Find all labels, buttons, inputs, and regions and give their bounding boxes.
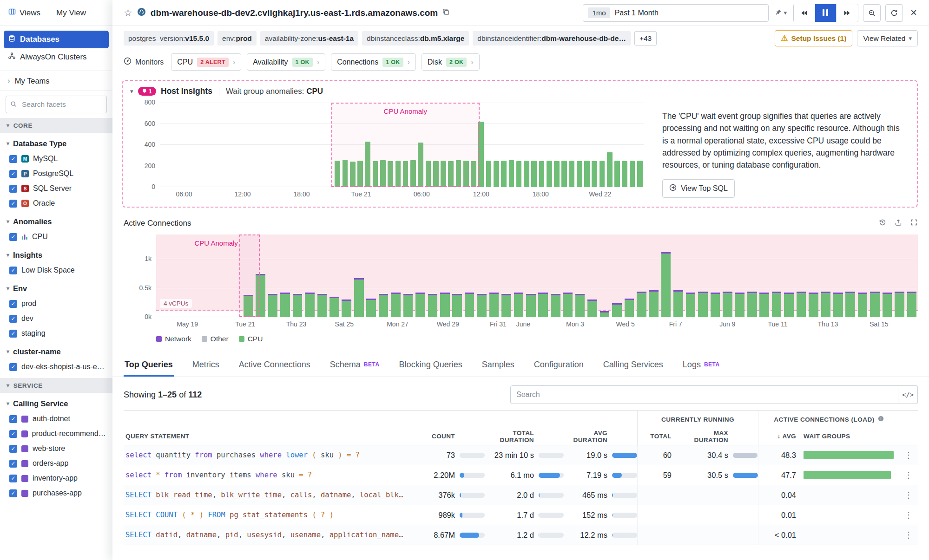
active-connections-plot[interactable]: 0k0.5k1k4 vCPUsCPU Anomaly	[156, 234, 918, 317]
monitor-pill-disk[interactable]: Disk2 OK›	[422, 53, 480, 71]
row-menu-button[interactable]: ⋮	[899, 470, 918, 480]
tab-logs[interactable]: LogsBETA	[682, 353, 721, 377]
zoom-out-button[interactable]	[863, 4, 881, 22]
facet-item-web-store[interactable]: ✓web-store	[0, 441, 112, 456]
copy-icon[interactable]	[442, 8, 449, 17]
facet-item-oracle[interactable]: ✓OOracle	[0, 196, 112, 211]
view-top-sql-button[interactable]: View Top SQL	[662, 179, 735, 198]
row-menu-button[interactable]: ⋮	[899, 450, 918, 460]
tab-views[interactable]: Views	[8, 8, 40, 18]
query-search-input[interactable]	[511, 391, 898, 399]
query-statement[interactable]: SELECT blk_read_time, blk_write_time, ca…	[124, 491, 420, 499]
checkbox-checked[interactable]: ✓	[9, 233, 17, 241]
code-view-button[interactable]: </>	[898, 385, 918, 404]
collapse-chevron-icon[interactable]: ▾	[130, 88, 133, 95]
facet-item-low-disk-space[interactable]: ✓Low Disk Space	[0, 263, 112, 278]
sidebar-item-databases[interactable]: Databases	[4, 31, 109, 48]
pause-button[interactable]	[815, 4, 837, 22]
query-statement[interactable]: select quantity from purchases where low…	[124, 451, 420, 459]
col-max-duration[interactable]: MAX DURATION	[680, 430, 758, 443]
checkbox-checked[interactable]: ✓	[9, 430, 17, 438]
checkbox-checked[interactable]: ✓	[9, 155, 17, 163]
facet-item-purchases-app[interactable]: ✓purchases-app	[0, 486, 112, 501]
checkbox-checked[interactable]: ✓	[9, 200, 17, 208]
col-load-avg[interactable]: ↓ AVG	[758, 428, 801, 445]
facet-item-orders-app[interactable]: ✓orders-app	[0, 456, 112, 471]
legend-item-network[interactable]: Network	[156, 335, 191, 343]
checkbox-checked[interactable]: ✓	[9, 185, 17, 193]
favorite-star-icon[interactable]: ☆	[124, 7, 132, 19]
facet-item-mysql[interactable]: ✓MMySQL	[0, 151, 112, 166]
col-count[interactable]: COUNT	[420, 433, 485, 440]
sidebar-item-alwayson-clusters[interactable]: AlwaysOn Clusters	[4, 48, 109, 66]
facet-item-inventory-app[interactable]: ✓inventory-app	[0, 471, 112, 486]
checkbox-checked[interactable]: ✓	[9, 475, 17, 482]
col-total-duration[interactable]: TOTAL DURATION	[485, 430, 564, 443]
scrub-backward-button[interactable]	[794, 4, 815, 22]
close-icon[interactable]: ×	[908, 6, 918, 20]
view-related-button[interactable]: View Related ▾	[857, 30, 918, 46]
tag-env[interactable]: env:prod	[217, 31, 257, 46]
scrub-forward-button[interactable]	[837, 4, 858, 22]
facet-search-input[interactable]	[6, 96, 107, 113]
checkbox-checked[interactable]: ✓	[9, 445, 17, 453]
sidebar-item-my-teams[interactable]: › My Teams	[0, 71, 112, 91]
table-row[interactable]: select quantity from purchases where low…	[124, 445, 918, 465]
facet-item-sql-server[interactable]: ✓SSQL Server	[0, 181, 112, 196]
query-statement[interactable]: SELECT COUNT ( * ) FROM pg_stat_statemen…	[124, 511, 420, 519]
facet-item-cpu[interactable]: ✓CPU	[0, 229, 112, 244]
table-row[interactable]: SELECT blk_read_time, blk_write_time, ca…	[124, 485, 918, 505]
tab-active-connections[interactable]: Active Connections	[238, 353, 311, 377]
col-wait-groups[interactable]: WAIT GROUPS	[801, 433, 899, 440]
facet-item-dev[interactable]: ✓dev	[0, 311, 112, 326]
tab-top-queries[interactable]: Top Queries	[124, 353, 174, 377]
facet-section-header-core[interactable]: ▾CORE	[0, 118, 112, 133]
checkbox-checked[interactable]: ✓	[9, 460, 17, 468]
timeframe-selector[interactable]: 1mo Past 1 Month	[583, 4, 769, 22]
monitor-pill-cpu[interactable]: CPU2 ALERT›	[171, 53, 241, 71]
tab-configuration[interactable]: Configuration	[533, 353, 585, 377]
checkbox-checked[interactable]: ✓	[9, 363, 17, 371]
col-running-total[interactable]: TOTAL	[637, 428, 680, 445]
col-query-statement[interactable]: QUERY STATEMENT	[124, 433, 420, 440]
col-avg-duration[interactable]: AVG DURATION	[564, 430, 637, 443]
tag-dbinstanceidentifier[interactable]: dbinstanceidentifier:dbm-warehouse-db-de…	[473, 31, 631, 46]
checkbox-checked[interactable]: ✓	[9, 300, 17, 308]
facet-item-auth-dotnet[interactable]: ✓auth-dotnet	[0, 411, 112, 426]
facet-group-header[interactable]: ▾Insights	[0, 247, 112, 263]
query-statement[interactable]: SELECT datid, datname, pid, usesysid, us…	[124, 531, 420, 539]
more-tags-button[interactable]: +43	[634, 31, 657, 46]
pin-button[interactable]: ▾	[773, 7, 789, 19]
row-menu-button[interactable]: ⋮	[899, 530, 918, 540]
table-row[interactable]: select * from inventory_items where sku …	[124, 465, 918, 485]
tab-metrics[interactable]: Metrics	[191, 353, 220, 377]
facet-group-header[interactable]: ▾cluster-name	[0, 344, 112, 359]
tag-availability-zone[interactable]: availability-zone:us-east-1a	[260, 31, 358, 46]
tag-dbinstanceclass[interactable]: dbinstanceclass:db.m5.xlarge	[362, 31, 469, 46]
query-statement[interactable]: select * from inventory_items where sku …	[124, 471, 420, 479]
wait-anomaly-plot[interactable]: 0200400600800CPU Anomaly	[160, 103, 644, 187]
checkbox-checked[interactable]: ✓	[9, 315, 17, 323]
facet-item-prod[interactable]: ✓prod	[0, 296, 112, 311]
tab-my-view[interactable]: My View	[56, 8, 86, 18]
setup-issues-button[interactable]: ⚠ Setup Issues (1)	[775, 30, 852, 46]
tag-postgres-version[interactable]: postgres_version:v15.5.0	[124, 31, 214, 46]
legend-item-cpu[interactable]: CPU	[239, 335, 263, 343]
info-icon[interactable]	[878, 416, 884, 423]
history-icon[interactable]	[879, 219, 886, 228]
facet-group-header[interactable]: ▾Calling Service	[0, 396, 112, 411]
table-row[interactable]: SELECT datid, datname, pid, usesysid, us…	[124, 525, 918, 545]
tab-calling-services[interactable]: Calling Services	[602, 353, 664, 377]
facet-item-dev-eks-shopist-a-us-eas[interactable]: ✓dev-eks-shopist-a-us-eas…	[0, 359, 112, 374]
expand-icon[interactable]	[910, 219, 918, 228]
refresh-button[interactable]	[885, 4, 903, 22]
facet-section-header-service[interactable]: ▾SERVICE	[0, 378, 112, 393]
table-row[interactable]: SELECT COUNT ( * ) FROM pg_stat_statemen…	[124, 505, 918, 525]
checkbox-checked[interactable]: ✓	[9, 415, 17, 423]
legend-item-other[interactable]: Other	[202, 335, 229, 343]
checkbox-checked[interactable]: ✓	[9, 489, 17, 497]
checkbox-checked[interactable]: ✓	[9, 330, 17, 338]
checkbox-checked[interactable]: ✓	[9, 267, 17, 274]
row-menu-button[interactable]: ⋮	[899, 490, 918, 500]
tab-schema[interactable]: SchemaBETA	[329, 353, 381, 377]
